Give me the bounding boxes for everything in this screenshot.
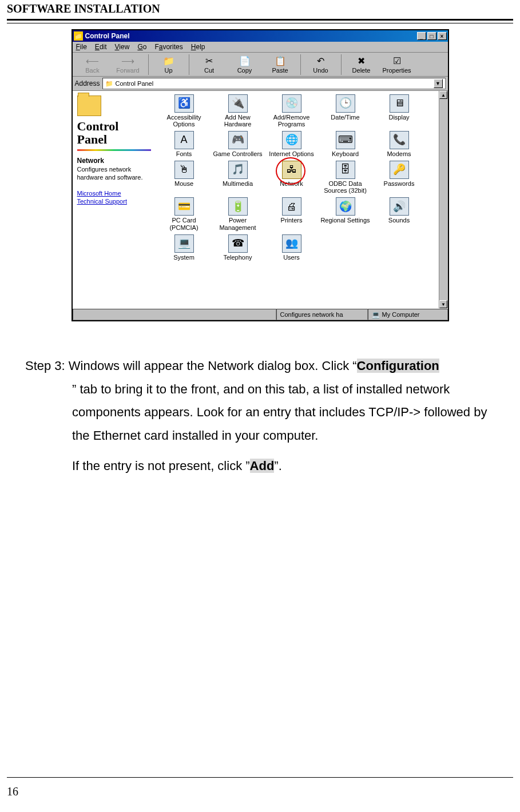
telephony-icon: ☎ (228, 234, 248, 253)
menu-help[interactable]: Help (191, 43, 205, 51)
item-game-controllers[interactable]: 🎮Game Controllers (212, 131, 264, 157)
status-left (73, 309, 276, 320)
item-telephony[interactable]: ☎Telephony (212, 234, 264, 261)
step-3b-pre: If the entry is not present, click ” (72, 459, 250, 473)
toolbar: ⟵Back ⟶Forward 📁Up ✂Cut 📄Copy 📋Paste ↶Un… (73, 53, 448, 77)
item-date-time[interactable]: 🕒Date/Time (319, 94, 372, 128)
odbc-icon: 🗄 (336, 161, 355, 179)
highlight-configuration: Configuration (357, 359, 439, 373)
printers-icon: 🖨 (282, 197, 301, 216)
minimize-button[interactable]: _ (417, 32, 426, 40)
maximize-button[interactable]: □ (427, 32, 436, 40)
copy-icon: 📄 (238, 55, 252, 66)
step-3-text-post: ” tab to bring it to the front, and on t… (72, 378, 495, 448)
toolbar-copy[interactable]: 📄Copy (227, 54, 263, 75)
close-button[interactable]: × (438, 32, 447, 40)
toolbar-sep-4 (341, 54, 342, 75)
item-printers[interactable]: 🖨Printers (265, 197, 318, 230)
content-area: Control Panel Network Configures network… (73, 91, 448, 308)
menubar: File Edit View Go Favorites Help (73, 42, 448, 53)
address-bar: Address 📁 Control Panel ▼ (73, 77, 448, 91)
footer-rule (7, 777, 513, 778)
scroll-down-icon[interactable]: ▼ (439, 300, 447, 308)
screenshot-container: 📁 Control Panel _ □ × File Edit View Go … (0, 29, 520, 321)
instruction-text: Step 3: Windows will appear the Network … (0, 321, 520, 477)
item-regional[interactable]: 🌍Regional Settings (319, 197, 372, 230)
link-technical-support[interactable]: Technical Support (77, 198, 151, 205)
menu-file[interactable]: File (76, 43, 87, 51)
item-internet-options[interactable]: 🌐Internet Options (265, 131, 318, 157)
item-display[interactable]: 🖥Display (373, 94, 426, 128)
icon-grid: ♿Accessibility Options 🔌Add New Hardware… (158, 94, 446, 261)
item-mouse[interactable]: 🖱Mouse (158, 161, 211, 194)
address-box[interactable]: 📁 Control Panel ▼ (102, 78, 446, 89)
step-3b-post: ”. (274, 459, 281, 473)
back-icon: ⟵ (86, 55, 100, 66)
users-icon: 👥 (282, 234, 301, 253)
scroll-up-icon[interactable]: ▲ (439, 91, 447, 99)
menu-favorites[interactable]: Favorites (154, 43, 182, 51)
status-bar: Configures network ha 💻 My Computer (73, 308, 448, 320)
scrollbar[interactable]: ▲ ▼ (439, 91, 448, 308)
link-microsoft-home[interactable]: Microsoft Home (77, 190, 151, 197)
toolbar-cut[interactable]: ✂Cut (192, 54, 227, 75)
item-multimedia[interactable]: 🎵Multimedia (212, 161, 264, 194)
item-power[interactable]: 🔋Power Management (212, 197, 264, 230)
menu-go[interactable]: Go (137, 43, 146, 51)
menu-edit[interactable]: Edit (95, 43, 107, 51)
accessibility-icon: ♿ (174, 94, 194, 113)
network-icon: 🖧 (282, 161, 301, 179)
multimedia-icon: 🎵 (228, 161, 248, 179)
sounds-icon: 🔊 (390, 197, 409, 216)
item-keyboard[interactable]: ⌨Keyboard (319, 131, 372, 157)
icon-area: ♿Accessibility Options 🔌Add New Hardware… (156, 91, 448, 308)
menu-view[interactable]: View (115, 43, 130, 51)
item-users[interactable]: 👥Users (265, 234, 318, 261)
item-fonts[interactable]: AFonts (158, 131, 211, 157)
status-location: 💻 My Computer (368, 309, 448, 320)
system-icon: 💻 (174, 234, 194, 253)
mouse-icon: 🖱 (174, 161, 194, 179)
item-add-hardware[interactable]: 🔌Add New Hardware (212, 94, 264, 128)
undo-icon: ↶ (314, 55, 328, 66)
window-title: Control Panel (85, 32, 417, 40)
control-panel-icon: 📁 (74, 31, 83, 41)
fonts-icon: A (174, 131, 194, 149)
page-header: SOFTWARE INSTALLATION (0, 0, 520, 17)
step-3-text-pre: Windows will appear the Network dialog b… (69, 359, 357, 373)
keyboard-icon: ⌨ (336, 131, 355, 149)
highlight-add: Add (250, 459, 275, 473)
header-rule-thin (7, 23, 513, 23)
display-icon: 🖥 (390, 94, 409, 113)
date-time-icon: 🕒 (336, 94, 355, 113)
item-system[interactable]: 💻System (158, 234, 211, 261)
control-panel-window: 📁 Control Panel _ □ × File Edit View Go … (72, 29, 449, 321)
my-computer-icon: 💻 (372, 311, 380, 319)
toolbar-up[interactable]: 📁Up (151, 54, 186, 75)
step-3-block: Step 3: Windows will appear the Network … (25, 355, 495, 448)
address-dropdown-icon[interactable]: ▼ (434, 79, 443, 88)
game-icon: 🎮 (228, 131, 248, 149)
item-add-remove[interactable]: 💿Add/Remove Programs (265, 94, 318, 128)
toolbar-undo[interactable]: ↶Undo (303, 54, 339, 75)
panel-description: Configures network hardware and software… (77, 166, 151, 182)
item-odbc[interactable]: 🗄ODBC Data Sources (32bit) (319, 161, 372, 194)
item-network[interactable]: 🖧 Network (265, 161, 318, 194)
toolbar-forward[interactable]: ⟶Forward (110, 54, 146, 75)
internet-icon: 🌐 (282, 131, 301, 149)
item-modems[interactable]: 📞Modems (373, 131, 426, 157)
toolbar-delete[interactable]: ✖Delete (344, 54, 379, 75)
address-folder-icon: 📁 (105, 80, 113, 87)
rainbow-divider (77, 149, 151, 151)
address-value: Control Panel (116, 80, 154, 87)
item-pc-card[interactable]: 💳PC Card (PCMCIA) (158, 197, 211, 230)
step-3-followup: If the entry is not present, click ”Add”… (72, 455, 495, 478)
toolbar-paste[interactable]: 📋Paste (263, 54, 298, 75)
item-accessibility[interactable]: ♿Accessibility Options (158, 94, 211, 128)
status-description: Configures network ha (276, 309, 368, 320)
toolbar-back[interactable]: ⟵Back (75, 54, 110, 75)
toolbar-sep-1 (148, 54, 149, 75)
toolbar-properties[interactable]: ☑Properties (379, 54, 415, 75)
item-passwords[interactable]: 🔑Passwords (373, 161, 426, 194)
item-sounds[interactable]: 🔊Sounds (373, 197, 426, 230)
